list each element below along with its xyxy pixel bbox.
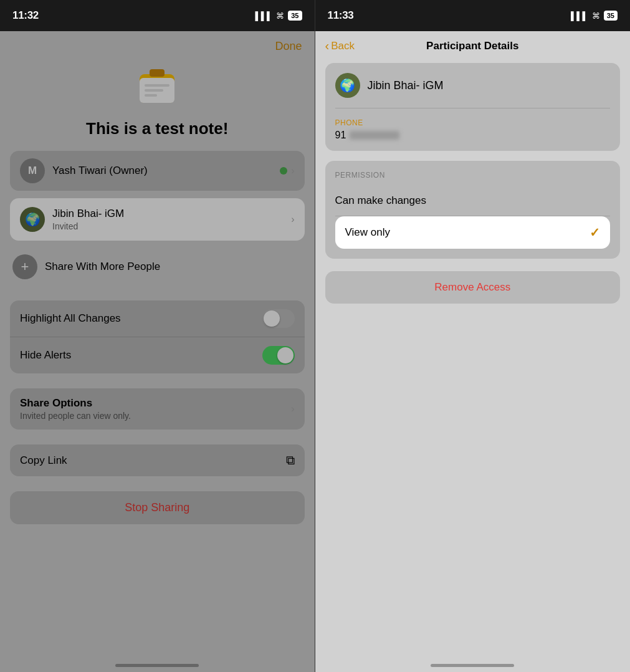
right-time: 11:33 (328, 9, 354, 22)
wifi-icon: ⌘ (276, 11, 284, 21)
right-status-bar: 11:33 ▌▌▌ ⌘ 35 (315, 0, 631, 31)
copy-link-row[interactable]: Copy Link ⧉ (10, 444, 305, 476)
owner-info: Yash Tiwari (Owner) (52, 165, 280, 177)
back-button[interactable]: ‹ Back (325, 39, 355, 53)
jibin-name: Jibin Bhai- iGM (52, 208, 124, 219)
left-phone-panel: 11:32 ▌▌▌ ⌘ 35 Done (0, 0, 315, 672)
nav-bar: ‹ Back Participant Details (315, 31, 631, 58)
stop-sharing-section[interactable]: Stop Sharing (10, 491, 305, 524)
battery-badge: 35 (288, 11, 302, 21)
copy-link-label: Copy Link (20, 454, 67, 467)
permission-section: PERMISSION Can make changes View only ✓ (325, 161, 621, 259)
jibin-invited: Invited (52, 221, 291, 231)
note-title: This is a test note! (0, 119, 315, 151)
phone-blur (350, 131, 399, 140)
can-make-changes-row[interactable]: Can make changes (335, 186, 611, 216)
remove-access-label: Remove Access (434, 281, 510, 294)
settings-section: Highlight All Changes Hide Alerts (10, 300, 305, 373)
right-phone-panel: 11:33 ▌▌▌ ⌘ 35 ‹ Back Participant Detail… (315, 0, 631, 672)
participant-header: 🌍 Jibin Bhai- iGM (335, 73, 611, 98)
toggle-knob (264, 310, 280, 327)
toggle-knob-2 (277, 347, 294, 363)
note-icon-area (0, 58, 315, 119)
phone-number: 91 (335, 130, 611, 141)
highlight-toggle[interactable] (262, 309, 295, 328)
jibin-chevron-icon: › (291, 214, 294, 225)
stop-sharing-label: Stop Sharing (125, 501, 189, 514)
svg-rect-3 (145, 89, 163, 92)
right-content: ‹ Back Participant Details 🌍 Jibin Bhai-… (315, 31, 631, 672)
jibin-avatar-right: 🌍 (335, 73, 360, 98)
remove-access-button[interactable]: Remove Access (325, 271, 621, 304)
jibin-name-right: Jibin Bhai- iGM (368, 79, 444, 92)
nav-title: Participant Details (426, 40, 518, 52)
home-bar (115, 664, 199, 667)
signal-icon: ▌▌▌ (255, 11, 273, 21)
phone-prefix: 91 (335, 130, 346, 141)
can-make-changes-label: Can make changes (335, 194, 426, 206)
share-options-sublabel: Invited people can view only. (20, 411, 131, 421)
left-time: 11:32 (12, 9, 39, 22)
hide-alerts-toggle[interactable] (262, 346, 295, 365)
left-status-bar: 11:32 ▌▌▌ ⌘ 35 (0, 0, 315, 31)
share-options-label: Share Options (20, 397, 131, 410)
highlight-label: Highlight All Changes (20, 312, 121, 325)
copy-link-section[interactable]: Copy Link ⧉ (10, 444, 305, 476)
hide-alerts-row[interactable]: Hide Alerts (10, 337, 305, 373)
right-status-icons: ▌▌▌ ⌘ 35 (571, 11, 618, 21)
participant-details-card: 🌍 Jibin Bhai- iGM Phone 91 (325, 63, 621, 151)
done-button[interactable]: Done (275, 40, 302, 53)
view-only-label: View only (345, 226, 390, 239)
permission-label: PERMISSION (335, 171, 611, 180)
share-options-info: Share Options Invited people can view on… (20, 397, 131, 421)
right-wifi-icon: ⌘ (592, 11, 600, 21)
share-options-row[interactable]: Share Options Invited people can view on… (10, 388, 305, 430)
phone-label: Phone (335, 118, 611, 127)
online-status-dot (280, 167, 287, 175)
jibin-row-highlighted[interactable]: 🌍 Jibin Bhai- iGM Invited › (10, 198, 305, 241)
share-options-section[interactable]: Share Options Invited people can view on… (10, 388, 305, 430)
owner-chevron-icon: › (291, 165, 294, 176)
hide-alerts-label: Hide Alerts (20, 349, 71, 362)
remove-access-section[interactable]: Remove Access (325, 271, 621, 304)
owner-name: Yash Tiwari (Owner) (52, 165, 148, 176)
note-icon (135, 64, 179, 109)
jibin-avatar-left: 🌍 (20, 207, 45, 232)
svg-rect-4 (145, 94, 157, 97)
jibin-info: Jibin Bhai- iGM Invited (52, 208, 291, 231)
svg-rect-5 (150, 69, 165, 77)
right-battery-badge: 35 (604, 11, 618, 21)
share-options-chevron-icon: › (291, 403, 294, 415)
owner-avatar: M (20, 158, 45, 183)
highlight-changes-row[interactable]: Highlight All Changes (10, 300, 305, 337)
phone-section: Phone 91 (335, 108, 611, 141)
copy-icon: ⧉ (286, 453, 295, 468)
stop-sharing-button[interactable]: Stop Sharing (10, 491, 305, 524)
done-row: Done (0, 31, 315, 58)
share-more-label: Share With More People (45, 261, 160, 273)
right-home-bar (431, 664, 514, 667)
left-status-icons: ▌▌▌ ⌘ 35 (255, 11, 302, 21)
right-signal-icon: ▌▌▌ (571, 11, 588, 21)
plus-icon: + (12, 254, 37, 279)
right-home-indicator (315, 656, 631, 672)
left-home-indicator (0, 656, 315, 672)
checkmark-icon: ✓ (589, 225, 600, 240)
back-chevron-icon: ‹ (325, 39, 330, 53)
view-only-row[interactable]: View only ✓ (335, 216, 611, 249)
share-more-row[interactable]: + Share With More People (10, 248, 305, 286)
owner-row[interactable]: M Yash Tiwari (Owner) › (10, 151, 305, 191)
svg-rect-2 (145, 84, 169, 87)
back-label: Back (331, 40, 355, 52)
